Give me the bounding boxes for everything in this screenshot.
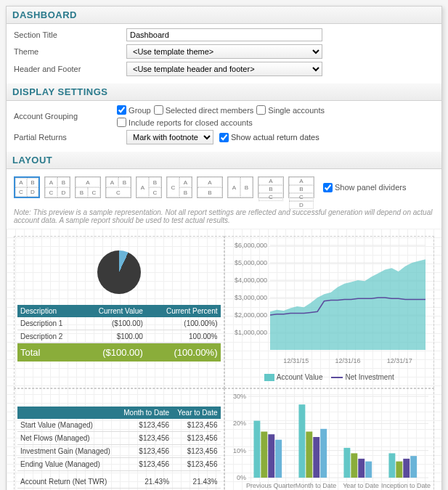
- selected-direct-checkbox[interactable]: [154, 105, 163, 115]
- show-actual-label: Show actual return dates: [231, 133, 319, 142]
- svg-rect-32: [320, 429, 327, 478]
- svg-rect-40: [396, 462, 402, 478]
- svg-text:$2,000,000: $2,000,000: [234, 311, 266, 319]
- include-closed-label: Include reports for closed accounts: [129, 118, 253, 127]
- svg-text:$5,000,000: $5,000,000: [234, 259, 266, 266]
- svg-text:12/31/15: 12/31/15: [283, 357, 309, 364]
- single-accounts-label: Single accounts: [268, 106, 325, 115]
- table-row: Description 2$100.00100.00%: [17, 330, 221, 343]
- svg-text:$1,000,000: $1,000,000: [234, 329, 266, 336]
- area-legend: Account Value Net Investment: [228, 370, 431, 384]
- section-header-layout: LAYOUT: [7, 152, 441, 169]
- layout-thumb-6[interactable]: ACB: [166, 176, 192, 198]
- theme-select[interactable]: <Use template theme>: [126, 44, 322, 59]
- svg-text:Inception to Date: Inception to Date: [380, 482, 430, 489]
- layout-thumb-5[interactable]: ABC: [136, 176, 162, 198]
- svg-rect-34: [343, 448, 350, 478]
- show-dividers-checkbox[interactable]: [323, 183, 333, 192]
- layout-thumb-2[interactable]: ABCD: [44, 176, 70, 198]
- account-grouping-label: Account Grouping: [14, 112, 117, 121]
- theme-label: Theme: [14, 47, 126, 56]
- table-row: Investment Gain (Managed)$123,456$123,45…: [17, 445, 221, 458]
- preview-cell-b: $1,000,000$2,000,000$3,000,000$4,000,000…: [224, 236, 435, 388]
- svg-text:12/31/17: 12/31/17: [386, 357, 412, 364]
- svg-rect-39: [388, 453, 395, 478]
- layout-thumb-4[interactable]: ABC: [105, 176, 131, 198]
- preview-cell-d: 0%10%20%30%Previous QuarterMonth to Date…: [224, 388, 435, 490]
- description-table: DescriptionCurrent ValueCurrent Percent …: [17, 305, 221, 362]
- layout-note: Note: This preview is a sample represent…: [7, 208, 441, 229]
- svg-rect-37: [365, 462, 372, 478]
- layout-thumb-3[interactable]: ABC: [75, 176, 101, 198]
- svg-rect-25: [261, 432, 267, 478]
- performance-table: Month to DateYear to Date Start Value (M…: [17, 407, 221, 489]
- show-actual-checkbox[interactable]: [219, 133, 229, 142]
- selected-direct-label: Selected direct members: [166, 106, 254, 115]
- svg-text:20%: 20%: [232, 420, 245, 427]
- svg-rect-36: [358, 459, 364, 478]
- include-closed-checkbox[interactable]: [117, 118, 126, 127]
- section-header-dashboard: DASHBOARD: [7, 7, 441, 24]
- header-footer-select[interactable]: <Use template header and footer>: [126, 62, 322, 76]
- table-row: Net Flows (Managed)$123,456$123,456: [17, 432, 221, 445]
- group-label: Group: [129, 106, 151, 115]
- group-checkbox[interactable]: [117, 105, 126, 115]
- section-title-label: Section Title: [14, 30, 126, 39]
- header-footer-label: Header and Footer: [14, 65, 126, 73]
- svg-rect-27: [275, 440, 282, 478]
- table-row: Start Value (Managed)$123,456$123,456: [17, 419, 221, 432]
- svg-text:0%: 0%: [236, 474, 245, 481]
- preview-grid: DescriptionCurrent ValueCurrent Percent …: [7, 229, 441, 490]
- svg-text:Previous Quarter: Previous Quarter: [245, 482, 295, 489]
- svg-marker-12: [270, 259, 425, 350]
- svg-text:$4,000,000: $4,000,000: [234, 277, 266, 284]
- svg-text:$6,000,000: $6,000,000: [234, 242, 266, 249]
- svg-rect-41: [403, 459, 410, 478]
- layout-thumb-8[interactable]: AB: [227, 176, 253, 198]
- svg-text:30%: 30%: [232, 393, 245, 400]
- table-row: Description 1($100.00)(100.00%): [17, 317, 221, 330]
- single-accounts-checkbox[interactable]: [256, 105, 266, 115]
- layout-thumbnails: ABCD ABCD ABC ABC ABC ACB AB AB ABC ABCD…: [14, 173, 434, 204]
- svg-rect-35: [351, 453, 357, 478]
- svg-text:Year to Date: Year to Date: [343, 482, 379, 489]
- total-row: Total($100.00)(100.00%): [17, 343, 221, 362]
- layout-thumb-10[interactable]: ABCD: [288, 176, 314, 198]
- area-chart: $1,000,000$2,000,000$3,000,000$4,000,000…: [228, 240, 431, 370]
- svg-rect-24: [253, 421, 260, 478]
- pie-chart: [97, 250, 141, 294]
- layout-thumb-1[interactable]: ABCD: [14, 176, 40, 198]
- svg-rect-26: [268, 434, 274, 478]
- svg-rect-31: [313, 437, 319, 478]
- svg-rect-30: [306, 432, 312, 478]
- partial-returns-select[interactable]: Mark with footnote: [126, 130, 213, 144]
- svg-rect-29: [298, 404, 305, 478]
- preview-cell-a: DescriptionCurrent ValueCurrent Percent …: [14, 236, 224, 388]
- partial-returns-label: Partial Returns: [14, 133, 126, 142]
- svg-text:12/31/16: 12/31/16: [335, 357, 360, 364]
- section-title-input[interactable]: [126, 28, 322, 41]
- svg-text:Month to Date: Month to Date: [295, 482, 336, 489]
- table-row: Account Return (Net TWR)21.43%21.43%: [17, 475, 221, 489]
- svg-text:10%: 10%: [232, 447, 245, 454]
- layout-thumb-9[interactable]: ABC: [258, 176, 284, 198]
- table-row: Ending Value (Managed)$123,456$123,456: [17, 458, 221, 471]
- show-dividers-label: Show panel dividers: [335, 183, 406, 192]
- layout-thumb-7[interactable]: AB: [197, 176, 223, 198]
- bar-chart: 0%10%20%30%Previous QuarterMonth to Date…: [228, 392, 431, 490]
- preview-cell-c: Month to DateYear to Date Start Value (M…: [14, 388, 224, 490]
- svg-rect-42: [410, 456, 417, 478]
- section-header-display: DISPLAY SETTINGS: [7, 83, 441, 101]
- svg-text:$3,000,000: $3,000,000: [234, 294, 266, 301]
